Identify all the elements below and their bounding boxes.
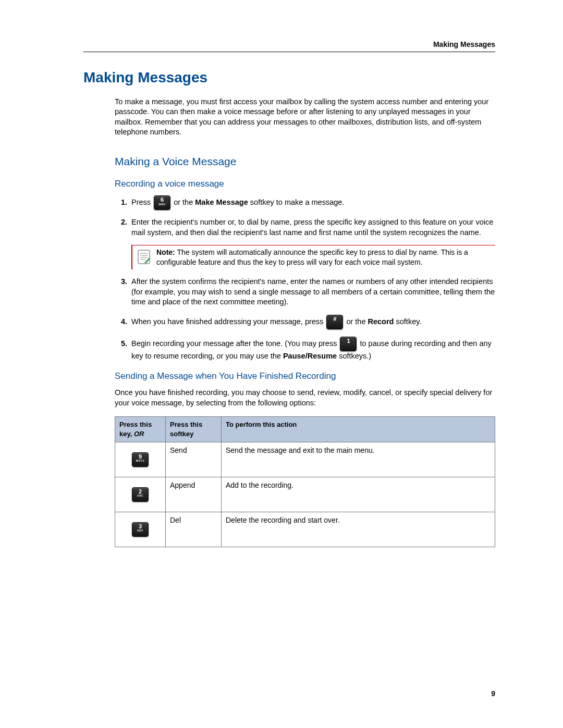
step-text: softkey to make a message. [250, 198, 345, 206]
step-text: or the [346, 317, 368, 326]
key-6-icon: 6 MNO [154, 195, 170, 210]
step-3: After the system confirms the recipient'… [129, 277, 495, 307]
page-title: Making Messages [83, 68, 495, 88]
note-text: Note: The system will automatically anno… [156, 248, 492, 267]
intro-paragraph: To make a message, you must first access… [115, 97, 495, 138]
key-cell: 2ABC [115, 477, 166, 512]
step-2: Enter the recipient's number or, to dial… [129, 217, 495, 238]
make-message-label: Make Message [195, 198, 248, 206]
key-1-icon: 1 [340, 337, 357, 351]
key-2-icon: 2ABC [132, 487, 149, 502]
note-icon [138, 250, 150, 264]
action-cell: Send the message and exit to the main me… [222, 442, 495, 477]
table-row: 3DEFDelDelete the recording and start ov… [115, 512, 495, 547]
note-label: Note: [156, 248, 175, 256]
key-hash-icon: # [326, 315, 343, 329]
section-heading: Making a Voice Message [115, 154, 495, 169]
step-text: or the [174, 198, 195, 206]
subsection-sending: Sending a Message when You Have Finished… [115, 371, 495, 382]
key-3-icon: 3DEF [132, 522, 149, 537]
step-text: softkey. [396, 317, 422, 326]
step-5: Begin recording your message after the t… [129, 337, 495, 362]
th-action: To perform this action [222, 417, 495, 442]
steps-list-cont: After the system confirms the recipient'… [115, 277, 495, 361]
page-number: 9 [491, 689, 495, 699]
record-label: Record [368, 317, 394, 326]
step-text: Press [131, 198, 153, 206]
softkey-cell: Del [166, 512, 222, 547]
after-recording-paragraph: Once you have finished recording, you ma… [115, 388, 495, 408]
step-text: Begin recording your message after the t… [131, 339, 339, 348]
th-softkey: Press this softkey [166, 417, 222, 442]
options-table: Press this key, OR Press this softkey To… [115, 416, 495, 547]
key-cell: 3DEF [115, 512, 166, 547]
table-row: 9WXYZSendSend the message and exit to th… [115, 442, 495, 477]
note-box: Note: The system will automatically anno… [131, 245, 495, 269]
header-rule [83, 52, 495, 52]
running-head: Making Messages [83, 40, 495, 50]
action-cell: Delete the recording and start over. [222, 512, 495, 547]
table-row: 2ABCAppendAdd to the recording. [115, 477, 495, 512]
step-text: softkeys.) [339, 352, 371, 360]
svg-rect-0 [138, 250, 150, 264]
step-4: When you have finished addressing your m… [129, 315, 495, 329]
softkey-cell: Append [166, 477, 222, 512]
steps-list: Press 6 MNO or the Make Message softkey … [115, 195, 495, 238]
subsection-recording: Recording a voice message [115, 178, 495, 190]
key-cell: 9WXYZ [115, 442, 166, 477]
key-9-icon: 9WXYZ [132, 452, 149, 467]
action-cell: Add to the recording. [222, 477, 495, 512]
pause-resume-label: Pause/Resume [283, 352, 337, 360]
softkey-cell: Send [166, 442, 222, 477]
step-1: Press 6 MNO or the Make Message softkey … [129, 195, 495, 210]
th-key: Press this key, OR [115, 417, 166, 442]
step-text: When you have finished addressing your m… [131, 317, 325, 326]
